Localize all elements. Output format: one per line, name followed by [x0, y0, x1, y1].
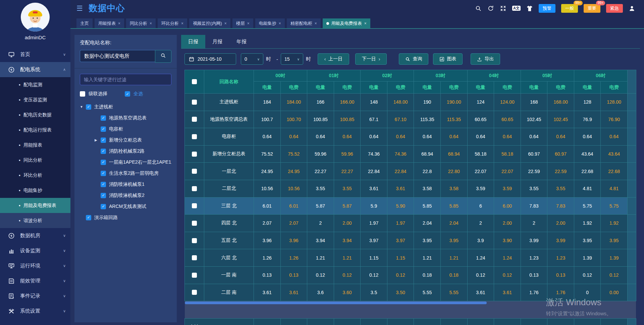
station-search-button[interactable] — [155, 50, 171, 63]
tree-checkbox[interactable]: ✓ — [86, 215, 91, 220]
select-all-checkbox[interactable]: ✓ — [125, 91, 130, 97]
next-day-button[interactable]: 下一日 › — [355, 53, 387, 65]
date-picker[interactable]: 2021-05-10 — [184, 53, 236, 65]
sidebar-subitem[interactable]: •谐波分析 — [0, 213, 70, 228]
row-checkbox[interactable] — [192, 238, 197, 243]
nav-tab[interactable]: 楼层× — [232, 18, 253, 28]
close-icon[interactable]: × — [118, 21, 120, 26]
search-icon[interactable] — [475, 5, 482, 12]
horizontal-scrollbar-track[interactable] — [185, 301, 636, 319]
table-row[interactable]: 三层 北6.016.015.875.875.95.905.855.8566.00… — [185, 197, 636, 215]
table-row[interactable]: 电容柜0.640.640.640.640.640.640.640.640.640… — [185, 128, 636, 146]
row-checkbox[interactable] — [192, 186, 197, 191]
nav-tab[interactable]: 用能及电费报表× — [323, 18, 370, 28]
tree-checkbox[interactable]: ✓ — [101, 149, 106, 154]
vertical-scrollbar[interactable] — [627, 266, 636, 284]
close-icon[interactable]: × — [224, 21, 227, 26]
tree-checkbox[interactable]: ✓ — [101, 115, 106, 121]
hour-start-select[interactable]: 0 ∨ — [241, 53, 263, 65]
vertical-scrollbar[interactable] — [627, 284, 636, 301]
tree-checkbox[interactable]: ✓ — [101, 204, 106, 209]
nav-tab[interactable]: 主页 — [76, 18, 93, 28]
sidebar-subitem[interactable]: •配电运行报表 — [0, 122, 70, 138]
sidebar-item[interactable]: 首页∨ — [0, 47, 70, 62]
tree-checkbox[interactable]: ✓ — [86, 104, 91, 110]
vertical-scrollbar[interactable] — [627, 318, 636, 325]
horizontal-scrollbar-thumb[interactable] — [185, 302, 487, 304]
row-checkbox[interactable] — [192, 169, 197, 174]
sidebar-item[interactable]: 运行环境∨ — [0, 258, 70, 273]
tree-checkbox[interactable]: ✓ — [101, 193, 106, 198]
row-checkbox[interactable] — [192, 273, 197, 278]
vertical-scrollbar[interactable] — [627, 128, 636, 146]
vertical-scrollbar[interactable] — [627, 163, 636, 180]
vertical-scrollbar[interactable] — [627, 232, 636, 249]
sidebar-subitem[interactable]: •配电历史数据 — [0, 107, 70, 122]
table-row[interactable]: 六层 北1.261.261.211.211.151.151.211.211.24… — [185, 249, 636, 267]
report-tab[interactable]: 月报 — [205, 35, 229, 48]
row-checkbox[interactable] — [192, 221, 197, 226]
nav-tab[interactable]: 视频监控(内网)× — [189, 18, 230, 28]
table-row[interactable]: 四层 北2.072.0722.001.971.972.042.0422.0022… — [185, 215, 636, 232]
report-tab[interactable]: 年报 — [229, 35, 254, 48]
tree-checkbox[interactable]: ✓ — [101, 182, 106, 187]
sidebar-item[interactable]: 设备监测∨ — [0, 243, 70, 258]
row-checkbox[interactable] — [192, 152, 197, 157]
report-tab[interactable]: 日报 — [181, 35, 205, 48]
sidebar-item[interactable]: 数据机房∨ — [0, 228, 70, 243]
sidebar-subitem[interactable]: •电能集抄 — [0, 183, 70, 198]
sidebar-subitem[interactable]: •同比分析 — [0, 153, 70, 168]
vertical-scrollbar[interactable] — [627, 180, 636, 197]
query-button[interactable]: 查询 — [399, 53, 428, 65]
tree-node[interactable]: ✓电容柜 — [80, 123, 171, 134]
tree-node[interactable]: ✓地源热泵空调总表 — [80, 112, 171, 123]
fullscreen-icon[interactable] — [500, 5, 506, 12]
tree-checkbox[interactable]: ✓ — [101, 126, 106, 132]
tree-filter-input[interactable] — [80, 74, 171, 85]
table-row[interactable]: 二层 南3.613.613.63.603.53.505.555.553.613.… — [185, 284, 636, 301]
table-row[interactable]: 新增分立柜总表75.5275.5259.9659.9674.3674.3668.… — [185, 145, 636, 163]
user-icon[interactable] — [629, 5, 635, 12]
vertical-scrollbar[interactable] — [627, 94, 636, 111]
row-checkbox[interactable] — [192, 134, 197, 139]
table-row[interactable]: 一层北24.9524.9522.2722.2722.8422.8422.822.… — [185, 163, 636, 180]
table-row[interactable]: 主进线柜184184.00166166.00148148.00190190.00… — [185, 94, 636, 111]
close-icon[interactable]: × — [315, 21, 317, 26]
table-row[interactable]: 地源热泵空调总表100.7100.70100.85100.8567.167.10… — [185, 111, 636, 128]
tree-node[interactable]: ▼✓主进线柜 — [80, 101, 171, 112]
hour-end-select[interactable]: 15 ∨ — [281, 53, 303, 65]
sidebar-item[interactable]: 配电系统∧ — [0, 62, 70, 77]
alarm-button[interactable]: 紧急 — [606, 4, 623, 13]
nav-tab[interactable]: 同比分析× — [126, 18, 156, 28]
row-checkbox[interactable] — [192, 255, 197, 260]
tree-node[interactable]: ✓ARCM无线表测试 — [80, 201, 171, 212]
avatar[interactable] — [21, 3, 50, 32]
chart-button[interactable]: 图表 — [433, 53, 463, 65]
close-icon[interactable]: × — [247, 21, 250, 26]
theme-shirt-icon[interactable] — [526, 5, 533, 12]
tree-node[interactable]: ✓演示箱回路 — [80, 212, 171, 223]
row-checkbox[interactable] — [192, 100, 197, 105]
close-icon[interactable]: × — [279, 21, 281, 26]
tree-node[interactable]: ✓消防喷淋机械泵1 — [80, 179, 171, 190]
close-icon[interactable]: × — [150, 21, 152, 26]
nav-tab[interactable]: 精密配电柜× — [287, 18, 321, 28]
row-checkbox[interactable] — [192, 203, 197, 208]
alarm-button[interactable]: 预警 — [539, 4, 555, 13]
tree-checkbox[interactable]: ✓ — [101, 171, 106, 176]
sidebar-subitem[interactable]: •用能报表 — [0, 138, 70, 153]
nav-tab[interactable]: 电能集抄× — [255, 18, 285, 28]
vertical-scrollbar[interactable] — [627, 145, 636, 163]
sidebar-item[interactable]: 能效管理∨ — [0, 273, 70, 288]
vertical-scrollbar[interactable] — [627, 70, 636, 94]
cascade-checkbox[interactable] — [80, 91, 85, 97]
close-icon[interactable]: × — [181, 21, 183, 26]
alarm-button[interactable]: 一般99+ — [561, 4, 578, 13]
export-button[interactable]: 导出 — [471, 53, 500, 65]
vertical-scrollbar[interactable] — [627, 215, 636, 232]
table-row[interactable]: 二层北10.5610.563.553.553.613.613.583.583.5… — [185, 180, 636, 197]
tree-checkbox[interactable]: ✓ — [101, 138, 106, 143]
station-input[interactable] — [80, 50, 155, 62]
row-checkbox[interactable] — [192, 290, 197, 295]
chevron-expand-icon[interactable]: ▼ — [80, 105, 86, 109]
